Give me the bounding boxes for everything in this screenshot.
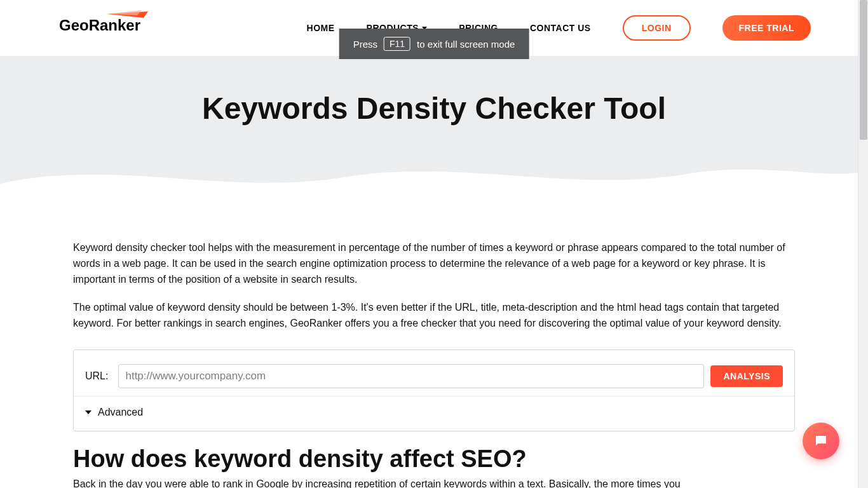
toast-pre-text: Press [353, 39, 377, 50]
analysis-button[interactable]: ANALYSIS [710, 365, 783, 387]
main-content: Keyword density checker tool helps with … [0, 202, 868, 488]
free-trial-button[interactable]: FREE TRIAL [722, 15, 811, 41]
url-input[interactable] [118, 364, 704, 388]
chat-fab-button[interactable] [803, 423, 839, 459]
seo-section-paragraph: Back in the day you were able to rank in… [73, 477, 795, 488]
url-label: URL: [85, 370, 108, 382]
hero-section: Keywords Density Checker Tool [0, 56, 868, 202]
intro-paragraph-2: The optimal value of keyword density sho… [73, 300, 795, 332]
toast-post-text: to exit full screen mode [417, 39, 515, 50]
fullscreen-toast: Press F11 to exit full screen mode [339, 29, 529, 59]
nav-home[interactable]: HOME [307, 23, 335, 33]
page-title: Keywords Density Checker Tool [0, 91, 868, 126]
nav-contact[interactable]: CONTACT US [530, 23, 591, 33]
login-button[interactable]: LOGIN [623, 15, 691, 41]
scrollbar-track[interactable] [858, 0, 868, 488]
caret-down-icon [85, 410, 92, 414]
intro-paragraph-1: Keyword density checker tool helps with … [73, 240, 795, 287]
seo-section-heading: How does keyword density affect SEO? [73, 445, 795, 473]
logo-swoosh-icon: GeoRanker [56, 9, 151, 36]
svg-text:GeoRanker: GeoRanker [59, 17, 140, 34]
key-f11: F11 [384, 37, 410, 51]
advanced-toggle[interactable]: Advanced [74, 396, 794, 431]
wave-divider-icon [0, 158, 868, 203]
analysis-form-card: URL: ANALYSIS Advanced [73, 349, 795, 431]
scrollbar-thumb[interactable] [860, 0, 867, 140]
advanced-label: Advanced [98, 407, 143, 418]
logo[interactable]: GeoRanker [57, 20, 151, 36]
chat-icon [813, 433, 829, 449]
url-form-row: URL: ANALYSIS [74, 350, 794, 396]
